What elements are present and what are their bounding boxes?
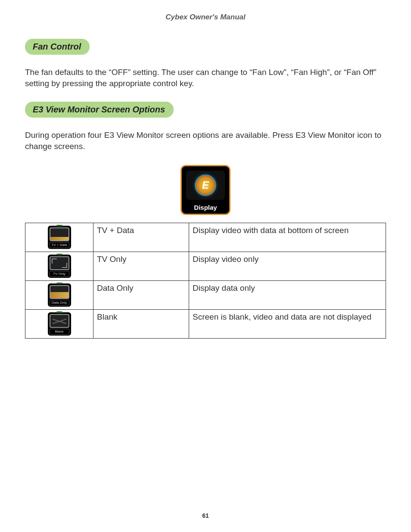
display-icon: E Display [181, 165, 230, 215]
e3-logo-icon: E [195, 174, 216, 196]
document-title: Cybex Owner's Manual [25, 13, 386, 22]
data-only-icon: Data Only [48, 283, 71, 307]
table-row: TV + Data TV + Data Display video with d… [25, 223, 386, 252]
section-body-fan: The fan defaults to the “OFF” setting. T… [25, 67, 386, 89]
table-row: Data Only Data Only Display data only [25, 280, 386, 309]
mode-name: Blank [93, 309, 189, 338]
icon-caption: TV Only [50, 271, 69, 277]
mode-name: TV Only [93, 252, 189, 280]
blank-icon: Blank [48, 312, 71, 336]
icon-caption: TV + Data [50, 242, 69, 248]
mode-desc: Screen is blank, video and data are not … [189, 309, 386, 338]
display-icon-label: Display [182, 204, 229, 211]
section-body-e3: During operation four E3 View Monitor sc… [25, 130, 386, 152]
table-row: TV Only TV Only Display video only [25, 252, 386, 280]
mode-name: Data Only [93, 280, 189, 309]
icon-caption: Data Only [50, 300, 69, 306]
screen-options-table: TV + Data TV + Data Display video with d… [25, 223, 386, 339]
mode-desc: Display video only [189, 252, 386, 280]
page-number: 61 [0, 512, 411, 519]
section-heading-fan: Fan Control [25, 39, 90, 55]
table-row: Blank Blank Screen is blank, video and d… [25, 309, 386, 338]
tv-plus-data-icon: TV + Data [48, 226, 71, 249]
tv-only-icon: TV Only [48, 255, 71, 278]
section-heading-e3: E3 View Monitor Screen Options [25, 102, 174, 118]
mode-desc: Display video with data at bottom of scr… [189, 223, 386, 252]
mode-name: TV + Data [93, 223, 189, 252]
icon-caption: Blank [50, 329, 69, 335]
mode-desc: Display data only [189, 280, 386, 309]
